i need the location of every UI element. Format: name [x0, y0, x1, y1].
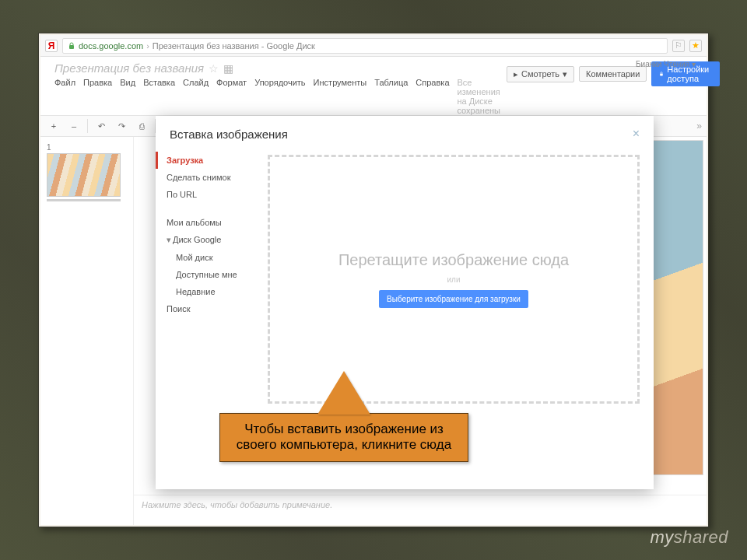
- thumb-number: 1: [47, 143, 127, 152]
- callout-text: Чтобы вставить изображение из своего ком…: [219, 413, 468, 462]
- menu-format[interactable]: Формат: [216, 78, 247, 115]
- url-field[interactable]: docs.google.com › Презентация без назван…: [62, 38, 668, 54]
- present-label: Смотреть: [521, 69, 559, 79]
- menu-slide[interactable]: Слайд: [183, 78, 209, 115]
- sidebar-item-search[interactable]: Поиск: [156, 300, 265, 317]
- url-domain: docs.google.com: [79, 41, 143, 51]
- sidebar-item-mydrive[interactable]: Мой диск: [156, 249, 265, 266]
- url-sep: ›: [146, 41, 149, 51]
- svg-rect-1: [661, 73, 664, 75]
- menu-table[interactable]: Таблица: [374, 78, 408, 115]
- sidebar-item-recent[interactable]: Недавние: [156, 283, 265, 300]
- doc-header: Презентация без названия ☆ ▦ Файл Правка…: [40, 57, 707, 115]
- sidebar-item-snapshot[interactable]: Сделать снимок: [156, 169, 265, 186]
- bookmark-flag-icon[interactable]: ⚐: [672, 40, 685, 52]
- tutorial-callout: Чтобы вставить изображение из своего ком…: [219, 371, 468, 462]
- watermark-shared: shared: [674, 527, 728, 547]
- yandex-logo[interactable]: Я: [45, 40, 58, 52]
- new-slide-button[interactable]: +: [45, 118, 62, 134]
- dropzone-or: или: [447, 275, 460, 284]
- chevron-down-icon: ▾: [563, 69, 567, 79]
- thumb-underline: [47, 199, 121, 201]
- menu-arrange[interactable]: Упорядочить: [254, 78, 305, 115]
- menu-tools[interactable]: Инструменты: [314, 78, 367, 115]
- dropzone-text: Перетащите изображение сюда: [338, 251, 569, 269]
- menu-edit[interactable]: Правка: [83, 78, 112, 115]
- play-icon: ▸: [514, 69, 518, 79]
- slide-thumbnail[interactable]: [47, 153, 121, 197]
- browser-window: Я docs.google.com › Презентация без назв…: [40, 35, 707, 525]
- present-button[interactable]: ▸ Смотреть ▾: [507, 66, 574, 82]
- speaker-notes[interactable]: Нажмите здесь, чтобы добавить примечание…: [134, 495, 707, 514]
- collapse-panel-button[interactable]: »: [696, 121, 702, 131]
- favorite-star-icon[interactable]: ★: [689, 40, 702, 52]
- undo-button[interactable]: ↶: [93, 118, 110, 134]
- sidebar-item-drive[interactable]: Диск Google: [156, 231, 265, 249]
- address-bar: Я docs.google.com › Презентация без назв…: [40, 35, 707, 57]
- menu-help[interactable]: Справка: [416, 78, 449, 115]
- paint-format-button[interactable]: ⎙: [133, 118, 150, 134]
- divider: [87, 119, 88, 133]
- comments-button[interactable]: Комментарии: [579, 66, 647, 82]
- menu-view[interactable]: Вид: [120, 78, 135, 115]
- user-menu[interactable]: Бианки Чтения ▾: [636, 60, 696, 68]
- slide-background-preview: [649, 140, 703, 475]
- lock-icon: [659, 70, 664, 78]
- star-icon[interactable]: ☆: [209, 62, 219, 75]
- menu-insert[interactable]: Вставка: [143, 78, 175, 115]
- sidebar-drive-label: Диск Google: [173, 235, 221, 244]
- watermark: myshared: [650, 527, 728, 548]
- dialog-title: Вставка изображения: [170, 128, 288, 141]
- upload-dropzone[interactable]: Перетащите изображение сюда или Выберите…: [268, 155, 640, 404]
- remove-slide-button[interactable]: –: [65, 118, 82, 134]
- doc-title[interactable]: Презентация без названия: [54, 61, 204, 75]
- slide-thumbnails: 1: [40, 137, 134, 525]
- callout-arrow-icon: [317, 371, 370, 415]
- sidebar-item-upload[interactable]: Загрузка: [156, 152, 265, 169]
- menu-bar: Файл Правка Вид Вставка Слайд Формат Упо…: [54, 78, 500, 115]
- close-button[interactable]: ×: [633, 127, 640, 141]
- save-status: Все изменения на Диске сохранены: [458, 78, 501, 115]
- svg-rect-0: [69, 45, 74, 49]
- sidebar-item-url[interactable]: По URL: [156, 186, 265, 203]
- slide-frame: Я docs.google.com › Презентация без назв…: [38, 33, 709, 527]
- folder-icon[interactable]: ▦: [223, 62, 233, 75]
- sidebar-item-shared[interactable]: Доступные мне: [156, 266, 265, 283]
- choose-file-button[interactable]: Выберите изображение для загрузки: [379, 290, 528, 308]
- lock-icon: [68, 42, 75, 50]
- url-page-title: Презентация без названия - Google Диск: [153, 41, 315, 51]
- watermark-my: my: [650, 527, 673, 547]
- menu-file[interactable]: Файл: [54, 78, 75, 115]
- sidebar-item-albums[interactable]: Мои альбомы: [156, 214, 265, 231]
- redo-button[interactable]: ↷: [113, 118, 130, 134]
